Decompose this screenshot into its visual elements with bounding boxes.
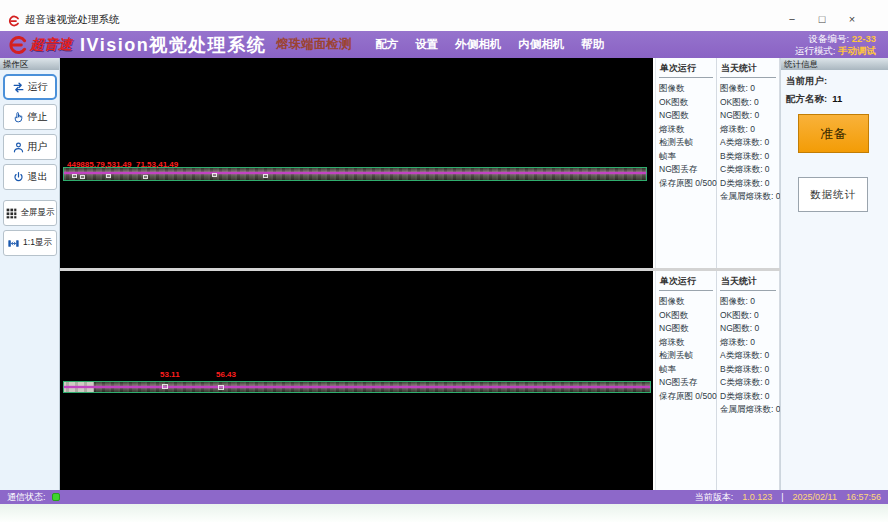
measurement-label-1: 53.11	[160, 370, 180, 379]
today-title: 当天统计	[720, 60, 776, 78]
version-label: 当前版本:	[695, 491, 734, 504]
detection-marker	[263, 174, 268, 178]
menu-settings[interactable]: 设置	[415, 37, 438, 52]
run-mode-label: 运行模式:	[795, 45, 836, 56]
stat-row: 金属屑熔珠数: 0	[720, 190, 776, 204]
menu-help[interactable]: 帮助	[581, 37, 604, 52]
maximize-button[interactable]: □	[812, 12, 832, 27]
stat-row: NG图数: 0	[720, 109, 776, 123]
recipe-name-label: 配方名称:	[786, 93, 827, 106]
sidebar-title: 操作区	[0, 58, 59, 70]
device-number-value: 22-33	[852, 33, 876, 44]
stat-row: NG图数: 0	[720, 322, 776, 336]
window-title: 超音速视觉处理系统	[25, 13, 120, 27]
user-icon	[12, 141, 25, 154]
stat-row: OK图数	[659, 309, 713, 323]
stat-row: A类熔珠数: 0	[720, 349, 776, 363]
one-to-one-button[interactable]: 1:1显示	[3, 230, 57, 256]
one-to-one-icon	[7, 237, 20, 250]
measurement-label-2: 56.43	[216, 370, 236, 379]
app-window: 超音速视觉处理系统 − □ × 超音速 IVision视觉处理系统 熔珠端面检测…	[0, 0, 888, 522]
device-info: 设备编号: 22-33 运行模式: 手动调试	[795, 33, 876, 57]
stat-row: OK图数: 0	[720, 309, 776, 323]
device-number-label: 设备编号:	[808, 33, 849, 44]
page-title: IVision视觉处理系统	[80, 33, 266, 57]
stat-row: 熔珠数	[659, 123, 713, 137]
stat-row: NG图丢存	[659, 376, 713, 390]
info-panel-title: 统计信息	[781, 58, 888, 70]
one-to-one-button-label: 1:1显示	[23, 237, 52, 249]
comm-status-indicator	[52, 493, 60, 501]
stop-button[interactable]: 停止	[3, 104, 57, 130]
stat-row: 帧率	[659, 363, 713, 377]
detection-marker	[80, 175, 85, 179]
app-logo-icon	[8, 15, 20, 27]
weld-strip-image	[63, 381, 651, 393]
brand-logo-icon	[8, 35, 28, 55]
stat-row: 保存原图 0/500	[659, 177, 713, 191]
fullscreen-button-label: 全屏显示	[21, 207, 55, 219]
stat-row: A类熔珠数: 0	[720, 136, 776, 150]
stat-row: OK图数	[659, 96, 713, 110]
today-column: 当天统计 图像数: 0 OK图数: 0 NG图数: 0 熔珠数: 0 A类熔珠数…	[717, 271, 780, 490]
menu-inner-camera[interactable]: 内侧相机	[518, 37, 564, 52]
stat-row: 图像数	[659, 295, 713, 309]
user-button[interactable]: 用户	[3, 134, 57, 160]
stat-row: 帧率	[659, 150, 713, 164]
camera-viewport-top: 449885.79,531.49 71.53,41.49	[60, 58, 653, 268]
measurement-annotation: 449885.79,531.49 71.53,41.49	[67, 160, 178, 169]
status-time: 16:57:56	[846, 492, 881, 502]
single-run-title: 单次运行	[659, 273, 713, 291]
stats-panel-top: 单次运行 图像数 OK图数 NG图数 熔珠数 检测丢帧 帧率 NG图丢存 保存原…	[655, 58, 780, 268]
current-user-label: 当前用户:	[786, 75, 827, 88]
stat-row: 熔珠数	[659, 336, 713, 350]
prepare-button[interactable]: 准备	[798, 114, 869, 153]
weld-strip-image	[63, 167, 647, 181]
power-icon	[12, 171, 25, 184]
info-panel: 统计信息 当前用户: 配方名称: 11 准备 数据统计	[780, 58, 888, 490]
task-subtitle: 熔珠端面检测	[276, 36, 351, 53]
detection-marker	[212, 173, 217, 177]
detection-marker	[218, 385, 224, 390]
status-separator: |	[781, 492, 783, 502]
stat-row: NG图数	[659, 109, 713, 123]
run-cycle-icon	[12, 81, 25, 94]
stat-row: B类熔珠数: 0	[720, 150, 776, 164]
stat-row: C类熔珠数: 0	[720, 376, 776, 390]
stat-row: D类熔珠数: 0	[720, 177, 776, 191]
stop-button-label: 停止	[28, 110, 48, 124]
stat-row: 熔珠数: 0	[720, 336, 776, 350]
close-button[interactable]: ×	[842, 12, 862, 27]
comm-status-label: 通信状态:	[7, 491, 46, 504]
data-statistics-button[interactable]: 数据统计	[798, 177, 868, 212]
status-bar-right: 当前版本: 1.0.123 | 2025/02/11 16:57:56	[695, 491, 881, 504]
brand-name: 超音速	[30, 36, 72, 54]
exit-button-label: 退出	[28, 170, 48, 184]
single-run-column: 单次运行 图像数 OK图数 NG图数 熔珠数 检测丢帧 帧率 NG图丢存 保存原…	[655, 58, 717, 268]
single-run-title: 单次运行	[659, 60, 713, 78]
app-header: 超音速 IVision视觉处理系统 熔珠端面检测 配方 设置 外侧相机 内侧相机…	[0, 31, 888, 58]
measure-line-overlay	[64, 172, 646, 174]
menu-outer-camera[interactable]: 外侧相机	[455, 37, 501, 52]
run-button[interactable]: 运行	[3, 74, 57, 100]
stat-row: C类熔珠数: 0	[720, 163, 776, 177]
stat-row: 检测丢帧	[659, 349, 713, 363]
stop-hand-icon	[12, 111, 25, 124]
stat-row: B类熔珠数: 0	[720, 363, 776, 377]
user-button-label: 用户	[28, 140, 48, 154]
minimize-button[interactable]: −	[782, 12, 802, 27]
stat-row: NG图丢存	[659, 163, 713, 177]
menu-recipe[interactable]: 配方	[375, 37, 398, 52]
stat-row: 图像数: 0	[720, 295, 776, 309]
fullscreen-grid-icon	[5, 207, 18, 220]
status-bar: 通信状态: 当前版本: 1.0.123 | 2025/02/11 16:57:5…	[0, 490, 888, 504]
status-date: 2025/02/11	[793, 492, 837, 502]
exit-button[interactable]: 退出	[3, 164, 57, 190]
version-value: 1.0.123	[742, 492, 772, 502]
stat-row: 检测丢帧	[659, 136, 713, 150]
run-mode-value: 手动调试	[838, 45, 876, 56]
camera-viewport-bottom: 53.11 56.43	[60, 271, 653, 490]
fullscreen-button[interactable]: 全屏显示	[3, 200, 57, 226]
stat-row: NG图数	[659, 322, 713, 336]
stat-row: 保存原图 0/500	[659, 390, 713, 404]
